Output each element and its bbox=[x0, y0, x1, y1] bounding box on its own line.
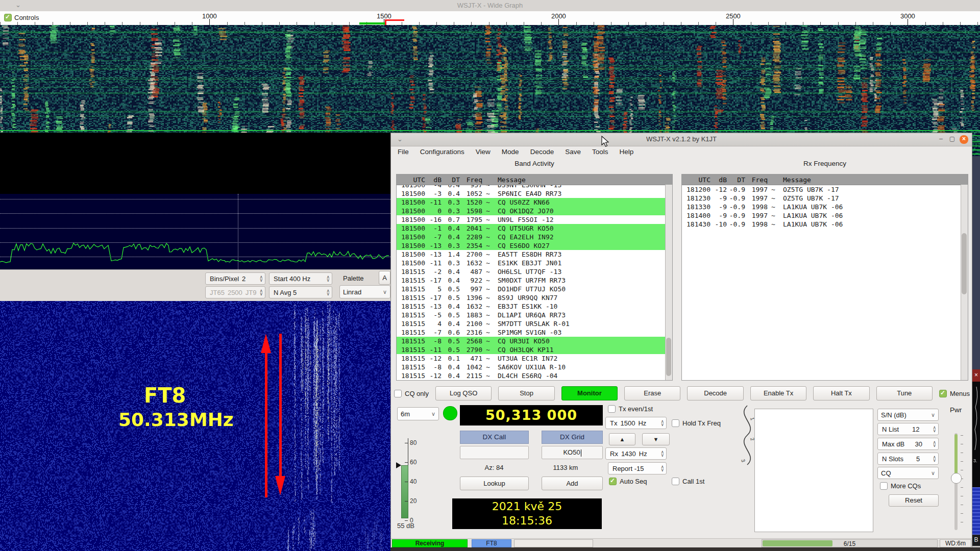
wide-graph-titlebar[interactable]: ⌄ WSJT-X - Wide Graph bbox=[0, 0, 980, 12]
table-row[interactable]: 18151550.5997~DO1HDF UT7UJ KO50 bbox=[397, 285, 672, 293]
n-avg-spinner[interactable]: N Avg 5 ∧∨ bbox=[269, 286, 332, 298]
spinner-arrows-icon[interactable]: ∧∨ bbox=[933, 441, 936, 447]
menu-save[interactable]: Save bbox=[560, 147, 585, 157]
sliver-close-icon[interactable]: × bbox=[972, 369, 980, 382]
table-row[interactable]: 181500-70.42289~CQ EA2ELH IN92 bbox=[397, 233, 672, 241]
table-row[interactable]: 181330-9-0.91998~LA1KUA UB7K -06 bbox=[682, 203, 968, 211]
table-row[interactable]: 181515-130.41632~EB3JT ES1KK -10 bbox=[397, 302, 672, 311]
decode-button[interactable]: Decode bbox=[687, 386, 743, 400]
hold-tx-row[interactable]: Hold Tx Freq bbox=[672, 419, 721, 427]
pwr-slider-handle[interactable] bbox=[951, 473, 962, 484]
tune-button[interactable]: Tune bbox=[876, 386, 933, 400]
table-row[interactable]: 18150000.31598~CQ OK1DQZ JO70 bbox=[397, 207, 672, 215]
call-1st-checkbox[interactable] bbox=[672, 478, 679, 485]
maximize-button[interactable]: ▢ bbox=[948, 135, 957, 144]
spinner-arrows-icon[interactable]: ∧∨ bbox=[660, 465, 664, 471]
cq-list-box[interactable] bbox=[754, 409, 873, 532]
hold-tx-checkbox[interactable] bbox=[672, 419, 679, 427]
sn-combobox[interactable]: S/N (dB) ∨ bbox=[877, 409, 939, 421]
spinner-arrows-icon[interactable]: ∧∨ bbox=[933, 426, 936, 432]
more-cqs-checkbox[interactable] bbox=[880, 482, 888, 490]
enable-tx-button[interactable]: Enable Tx bbox=[750, 386, 806, 400]
table-row[interactable]: 181515-50.51883~DL1API UR6QA RR73 bbox=[397, 311, 672, 319]
controls-checkbox-row[interactable]: Controls bbox=[3, 14, 42, 21]
table-row[interactable]: 181515-120.42115~DL4CH ES6RQ -04 bbox=[397, 371, 672, 380]
reset-button[interactable]: Reset bbox=[889, 494, 939, 507]
table-row[interactable]: 181515-70.62316~SP1MGM SV1GN -03 bbox=[397, 328, 672, 337]
tx-even-checkbox[interactable] bbox=[608, 405, 616, 413]
scrollbar-thumb[interactable] bbox=[962, 233, 967, 294]
n-slots-spinner[interactable]: N Slots 5 ∧∨ bbox=[877, 453, 939, 465]
start-hz-spinner[interactable]: Start 400 Hz ∧∨ bbox=[269, 272, 332, 285]
table-row[interactable]: 181500-160.71795~UN9L F5SOI -12 bbox=[397, 215, 672, 224]
table-row[interactable]: 181515-170.51396~8S9J UR9QQ KN77 bbox=[397, 293, 672, 302]
cq-combobox[interactable]: CQ ∨ bbox=[877, 467, 939, 479]
report-spinner[interactable]: Report -15 ∧∨ bbox=[608, 462, 667, 474]
spinner-arrows-icon[interactable]: ∧∨ bbox=[260, 289, 263, 295]
band-activity-scrollbar[interactable] bbox=[665, 185, 672, 380]
rx-freq-spinner[interactable]: Rx 1430 Hz ∧∨ bbox=[605, 447, 667, 460]
scrollbar-thumb[interactable] bbox=[666, 338, 671, 376]
spinner-arrows-icon[interactable]: ∧∨ bbox=[660, 450, 664, 457]
table-row[interactable]: 18151540.42100~SM7DTT UR5LAK R-01 bbox=[397, 319, 672, 328]
tx-frequency-marker[interactable] bbox=[385, 19, 404, 21]
tx-up-button[interactable]: ▲ bbox=[609, 433, 635, 445]
lookup-button[interactable]: Lookup bbox=[460, 477, 529, 490]
table-row[interactable]: 181515-120.1471~UT3UA EC1R IN72 bbox=[397, 354, 672, 363]
table-row[interactable]: 181515-20.4487~OH6LSL UT7QF -13 bbox=[397, 267, 672, 276]
controls-checkbox[interactable] bbox=[4, 14, 12, 21]
bins-pixel-spinner[interactable]: Bins/Pixel 2 ∧∨ bbox=[205, 272, 265, 285]
n-list-spinner[interactable]: N List 12 ∧∨ bbox=[877, 423, 939, 435]
menu-tools[interactable]: Tools bbox=[587, 147, 613, 157]
erase-button[interactable]: Erase bbox=[624, 386, 680, 400]
spinner-arrows-icon[interactable]: ∧∨ bbox=[326, 289, 330, 295]
adjust-button[interactable]: A bbox=[379, 271, 390, 285]
menus-checkbox[interactable] bbox=[939, 390, 947, 397]
table-row[interactable]: 181515-80.41042~SA6KOV UX1UA R-10 bbox=[397, 363, 672, 371]
spinner-arrows-icon[interactable]: ∧∨ bbox=[660, 420, 664, 426]
table-row[interactable]: 181230-9-0.91997~OZ5TG UB7K -17 bbox=[682, 194, 968, 203]
table-row[interactable]: 181500-110.31632~ES1KK EB3JT JN01 bbox=[397, 259, 672, 267]
max-db-spinner[interactable]: Max dB 30 ∧∨ bbox=[877, 438, 939, 450]
menu-view[interactable]: View bbox=[471, 147, 495, 157]
table-row[interactable]: 181430-10-0.91998~LA1KUA UB7K -06 bbox=[682, 220, 968, 229]
cq-only-checkbox[interactable] bbox=[394, 390, 402, 397]
add-button[interactable]: Add bbox=[542, 477, 603, 490]
table-row[interactable]: 181500-30.41052~SP6NIC EA4D RR73 bbox=[397, 189, 672, 198]
auto-seq-checkbox[interactable] bbox=[609, 478, 617, 485]
jt65-jt9-spinner[interactable]: JT65 2500 JT9 ∧∨ bbox=[205, 286, 265, 298]
minimize-button[interactable]: – bbox=[937, 135, 945, 144]
log-qso-button[interactable]: Log QSO bbox=[435, 386, 492, 400]
halt-tx-button[interactable]: Halt Tx bbox=[813, 386, 869, 400]
menus-row[interactable]: Menus bbox=[939, 390, 970, 397]
table-row[interactable]: 181400-9-0.91997~LA1KUA UB7K -06 bbox=[682, 211, 968, 220]
table-row[interactable]: 181200-12-0.91997~OZ5TG UB7K -17 bbox=[682, 185, 968, 194]
spinner-arrows-icon[interactable]: ∧∨ bbox=[933, 456, 936, 462]
table-row[interactable]: 181515-170.4922~SM0DXT UR7FM RR73 bbox=[397, 276, 672, 285]
band-select[interactable]: 6m ∨ bbox=[397, 407, 439, 420]
main-titlebar[interactable]: ⌄ WSJT-X v2.1.2 by K1JT – ▢ × bbox=[391, 133, 972, 146]
close-button[interactable]: × bbox=[960, 135, 968, 144]
table-row[interactable]: 181500-131.42700~EA5TT ES8DH RR73 bbox=[397, 250, 672, 259]
table-row[interactable]: 181500-10.42041~CQ UT5UGR KO50 bbox=[397, 224, 672, 233]
table-row[interactable]: 181500-130.32354~CQ ES6DO KO27 bbox=[397, 241, 672, 250]
tx-even-row[interactable]: Tx even/1st bbox=[608, 405, 653, 413]
menu-configurations[interactable]: Configurations bbox=[415, 147, 469, 157]
stop-button[interactable]: Stop bbox=[498, 386, 554, 400]
table-row[interactable]: 181515-80.52568~CQ UR3UI KO50 bbox=[397, 337, 672, 345]
rx-frequency-scrollbar[interactable] bbox=[961, 185, 968, 380]
table-row[interactable]: 181515-110.52790~CQ OH3LQK KP11 bbox=[397, 345, 672, 354]
menu-help[interactable]: Help bbox=[615, 147, 638, 157]
tx-down-button[interactable]: ▼ bbox=[642, 433, 670, 445]
cq-only-row[interactable]: CQ only bbox=[394, 390, 429, 397]
table-row[interactable]: 181500-40.4957~DS9NY ES0RMN -13 bbox=[397, 185, 672, 189]
dx-grid-input[interactable]: KO50 bbox=[542, 446, 603, 459]
monitor-button[interactable]: Monitor bbox=[561, 386, 618, 400]
call-1st-row[interactable]: Call 1st bbox=[672, 478, 704, 485]
menu-decode[interactable]: Decode bbox=[526, 147, 559, 157]
tx-freq-spinner[interactable]: Tx 1500 Hz ∧∨ bbox=[605, 417, 667, 429]
palette-combobox[interactable]: Linrad ∨ bbox=[339, 285, 390, 298]
auto-seq-row[interactable]: Auto Seq bbox=[609, 478, 647, 485]
more-cqs-row[interactable]: More CQs bbox=[880, 482, 921, 490]
menu-mode[interactable]: Mode bbox=[497, 147, 524, 157]
